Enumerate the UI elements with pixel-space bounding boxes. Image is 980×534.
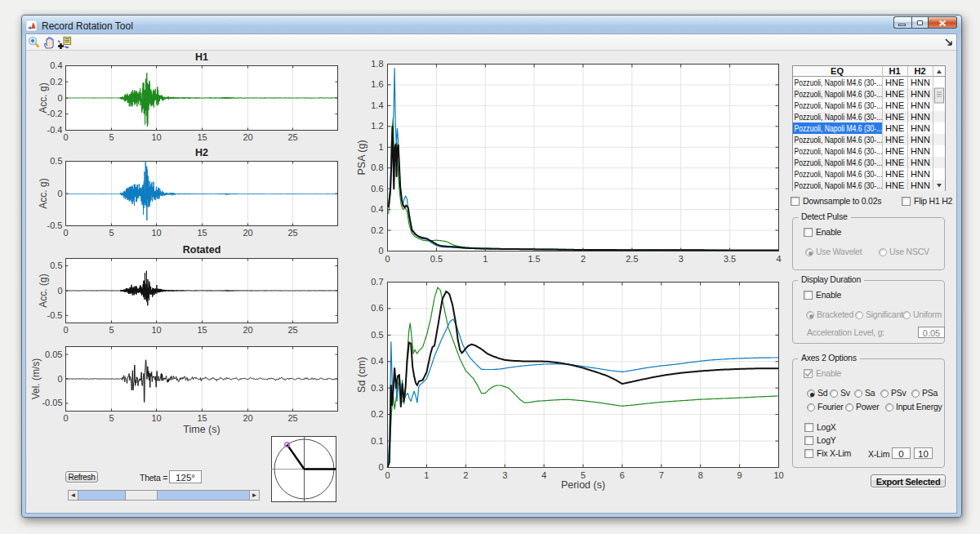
svg-text:Time (s): Time (s) [183, 424, 220, 435]
svg-text:10: 10 [773, 470, 783, 480]
svg-text:Sd (cm): Sd (cm) [356, 357, 368, 393]
svg-text:0.5: 0.5 [50, 156, 62, 166]
svg-text:25: 25 [287, 228, 297, 238]
svg-text:5: 5 [109, 132, 114, 142]
svg-text:10: 10 [151, 413, 161, 423]
svg-text:0: 0 [57, 286, 62, 296]
svg-text:0.5: 0.5 [50, 260, 62, 270]
svg-text:0.4: 0.4 [371, 204, 383, 214]
svg-text:0: 0 [385, 470, 390, 480]
svg-text:0.2: 0.2 [50, 77, 62, 87]
svg-text:0.5: 0.5 [430, 254, 443, 264]
svg-text:2: 2 [463, 470, 468, 480]
svg-text:20: 20 [243, 228, 252, 238]
svg-text:0: 0 [63, 228, 68, 238]
svg-text:5: 5 [109, 413, 114, 423]
svg-text:-0.2: -0.2 [47, 109, 63, 118]
svg-text:Rotated: Rotated [183, 244, 221, 256]
svg-text:0.2: 0.2 [371, 409, 383, 419]
svg-text:Acc. g): Acc. g) [38, 82, 49, 113]
svg-text:1.6: 1.6 [371, 79, 383, 89]
svg-text:2.5: 2.5 [626, 254, 638, 264]
svg-text:-0.5: -0.5 [47, 220, 63, 230]
svg-text:25: 25 [287, 413, 297, 423]
svg-text:1.2: 1.2 [371, 121, 383, 131]
svg-text:4: 4 [776, 254, 781, 264]
svg-text:10: 10 [151, 228, 161, 238]
svg-text:Period (s): Period (s) [561, 479, 605, 491]
svg-text:0.5: 0.5 [371, 330, 383, 340]
svg-text:0: 0 [57, 93, 62, 103]
svg-text:H2: H2 [195, 147, 208, 158]
svg-text:2: 2 [581, 254, 586, 264]
svg-text:0: 0 [63, 132, 68, 142]
svg-text:0.05: 0.05 [45, 349, 62, 359]
svg-text:10: 10 [151, 132, 161, 142]
svg-text:-0.4: -0.4 [47, 125, 63, 135]
svg-text:0.4: 0.4 [371, 356, 383, 366]
svg-text:0.2: 0.2 [371, 225, 383, 235]
svg-text:0.6: 0.6 [371, 303, 383, 313]
svg-text:-0.5: -0.5 [47, 310, 63, 320]
svg-text:1.4: 1.4 [371, 100, 383, 110]
svg-text:0.1: 0.1 [371, 436, 383, 446]
svg-text:0: 0 [57, 374, 62, 384]
svg-text:4: 4 [541, 470, 546, 480]
svg-text:5: 5 [109, 228, 114, 238]
svg-text:-0.05: -0.05 [42, 398, 62, 407]
svg-text:7: 7 [659, 470, 664, 480]
svg-text:0.3: 0.3 [371, 383, 383, 393]
svg-text:9: 9 [737, 470, 742, 480]
svg-text:0.4: 0.4 [50, 60, 62, 70]
svg-text:Vel. (m/s): Vel. (m/s) [30, 358, 42, 400]
svg-text:Acc. g): Acc. g) [38, 178, 49, 208]
svg-text:20: 20 [243, 132, 252, 142]
svg-text:1.8: 1.8 [371, 59, 383, 69]
svg-text:1.5: 1.5 [528, 254, 540, 264]
svg-text:3.5: 3.5 [724, 254, 736, 264]
svg-text:PSA (g): PSA (g) [356, 140, 368, 175]
svg-text:15: 15 [197, 132, 207, 142]
svg-text:3: 3 [502, 470, 507, 480]
svg-text:0: 0 [63, 413, 68, 423]
svg-text:0: 0 [385, 254, 390, 264]
svg-text:1: 1 [424, 470, 429, 480]
svg-text:1: 1 [483, 254, 488, 264]
svg-text:0.8: 0.8 [371, 162, 383, 172]
svg-text:3: 3 [679, 254, 684, 264]
svg-text:15: 15 [197, 228, 207, 238]
svg-text:15: 15 [197, 413, 207, 423]
svg-text:8: 8 [698, 470, 703, 480]
svg-text:0: 0 [378, 462, 383, 472]
svg-text:0.6: 0.6 [371, 184, 383, 194]
svg-text:25: 25 [287, 132, 297, 142]
svg-text:0: 0 [378, 246, 383, 256]
svg-text:0.7: 0.7 [371, 277, 383, 287]
svg-text:0: 0 [57, 189, 62, 198]
svg-text:6: 6 [620, 470, 625, 480]
svg-text:Acc. (g): Acc. (g) [38, 274, 49, 307]
svg-text:20: 20 [243, 413, 252, 423]
svg-text:H1: H1 [195, 51, 208, 63]
svg-text:1: 1 [378, 142, 383, 152]
